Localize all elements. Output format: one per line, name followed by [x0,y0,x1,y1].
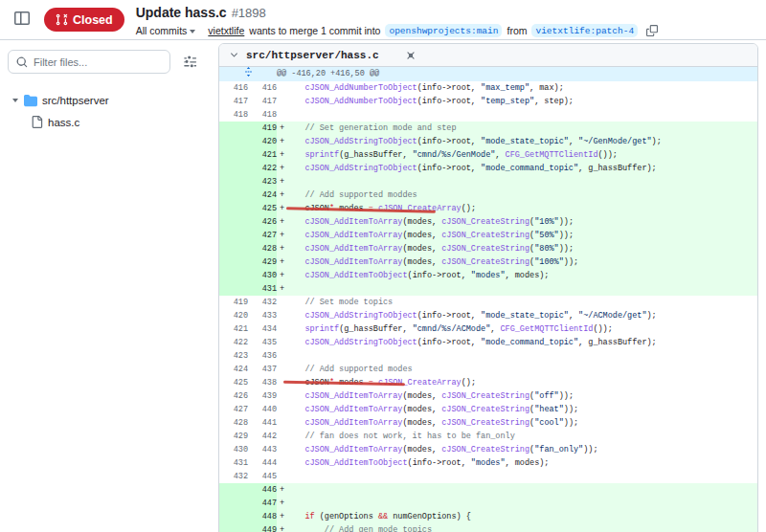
new-line-number[interactable]: 447 [248,497,277,510]
new-line-number[interactable]: 435 [248,336,277,349]
old-line-number[interactable]: 421 [219,322,248,336]
old-line-number[interactable] [219,269,248,282]
old-line-number[interactable]: 430 [219,443,248,456]
new-line-number[interactable]: 441 [248,416,277,430]
old-line-number[interactable] [219,215,248,229]
new-line-number[interactable]: 417 [248,95,277,108]
old-line-number[interactable] [219,148,248,162]
sidebar-item-src-httpserver[interactable]: src/httpserver [8,89,203,111]
old-line-number[interactable]: 431 [219,456,248,470]
old-line-number[interactable]: 422 [219,336,248,349]
new-line-number[interactable]: 439 [248,389,277,403]
new-line-number[interactable]: 442 [248,430,277,443]
new-line-number[interactable]: 448 [248,510,277,523]
new-line-number[interactable]: 420 [248,135,277,148]
code-line: + cJSON_AddItemToArray(modes, cJSON_Crea… [277,255,757,269]
new-line-number[interactable]: 430 [248,269,277,282]
new-line-number[interactable]: 434 [248,322,277,336]
old-line-number[interactable]: 426 [219,389,248,403]
old-line-number[interactable] [219,202,248,215]
old-line-number[interactable]: 428 [219,416,248,430]
old-line-number[interactable] [219,162,248,175]
old-line-number[interactable] [219,242,248,255]
diff-line: 417417 cJSON_AddNumberToObject(info->roo… [219,95,757,108]
new-line-number[interactable]: 419 [248,122,277,135]
new-line-number[interactable]: 422 [248,162,277,175]
new-line-number[interactable]: 443 [248,443,277,456]
new-line-number[interactable]: 425 [248,202,277,215]
all-commits-dropdown[interactable]: All commits [136,25,196,36]
code-line: + // Add gen mode topics [277,523,757,532]
old-line-number[interactable]: 418 [219,108,248,122]
old-line-number[interactable]: 420 [219,309,248,322]
old-line-number[interactable] [219,255,248,269]
file-filter-button[interactable] [178,50,203,74]
old-line-number[interactable] [219,188,248,202]
old-line-number[interactable] [219,135,248,148]
code-line: cJSON_AddItemToArray(modes, cJSON_Create… [277,389,757,403]
new-line-number[interactable]: 428 [248,242,277,255]
old-line-number[interactable]: 416 [219,81,248,95]
new-line-number[interactable]: 449 [248,523,277,532]
collapse-sidebar-button[interactable] [10,7,34,32]
new-line-number[interactable]: 421 [248,148,277,162]
old-line-number[interactable]: 432 [219,470,248,483]
copy-path-button[interactable] [403,48,418,63]
new-line-number[interactable]: 444 [248,456,277,470]
new-line-number[interactable]: 429 [248,255,277,269]
diff-line: 425438 cJSON* modes = cJSON_CreateArray(… [219,376,757,389]
new-line-number[interactable]: 437 [248,363,277,376]
code-line: + [277,175,757,188]
old-line-number[interactable]: 424 [219,363,248,376]
new-line-number[interactable]: 416 [248,81,277,95]
old-line-number[interactable]: 417 [219,95,248,108]
old-line-number[interactable] [219,175,248,188]
new-line-number[interactable]: 418 [248,108,277,122]
pr-title: Update hass.c [136,5,227,20]
diff-panel: src/httpserver/hass.c @@ -416,20 +416,50… [218,43,758,532]
new-line-number[interactable]: 446 [248,483,277,497]
code-line: cJSON_AddNumberToObject(info->root, "tem… [277,95,757,108]
merge-sentence: wants to merge 1 commit into [249,25,380,36]
new-line-number[interactable]: 424 [248,188,277,202]
new-line-number[interactable]: 432 [248,296,277,309]
new-line-number[interactable]: 438 [248,376,277,389]
diff-line: 430443 cJSON_AddItemToArray(modes, cJSON… [219,443,757,456]
code-line: + // Add supported moddes [277,188,757,202]
old-line-number[interactable] [219,122,248,135]
sidebar-item-hass-c[interactable]: hass.c [8,111,203,133]
folder-icon [24,94,37,107]
diff-line: 422435 cJSON_AddStringToObject(info->roo… [219,336,757,349]
diff-line: 419+ // Set generation mode and step [219,122,757,135]
code-line: cJSON_AddItemToArray(modes, cJSON_Create… [277,403,757,416]
expand-hunk-button[interactable] [219,67,277,81]
old-line-number[interactable]: 419 [219,296,248,309]
new-line-number[interactable]: 445 [248,470,277,483]
collapse-file-button[interactable] [229,50,239,60]
diff-line: 448+ if (genOptions && numGenOptions) { [219,510,757,523]
sliders-icon [184,55,197,69]
new-line-number[interactable]: 433 [248,309,277,322]
old-line-number[interactable] [219,282,248,296]
code-line: cJSON* modes = cJSON_CreateArray(); [277,376,757,389]
new-line-number[interactable]: 436 [248,349,277,363]
old-line-number[interactable]: 423 [219,349,248,363]
old-line-number[interactable] [219,229,248,242]
code-line [277,108,757,122]
old-line-number[interactable] [219,483,248,497]
filter-files-input[interactable] [34,56,162,68]
new-line-number[interactable]: 440 [248,403,277,416]
old-line-number[interactable]: 425 [219,376,248,389]
new-line-number[interactable]: 427 [248,229,277,242]
new-line-number[interactable]: 431 [248,282,277,296]
new-line-number[interactable]: 423 [248,175,277,188]
new-line-number[interactable]: 426 [248,215,277,229]
old-line-number[interactable] [219,523,248,532]
diff-line: 423+ [219,175,757,188]
author-link[interactable]: vietxtlife [208,25,244,36]
old-line-number[interactable] [219,510,248,523]
old-line-number[interactable]: 427 [219,403,248,416]
copy-branch-button[interactable] [644,23,660,38]
old-line-number[interactable] [219,497,248,510]
old-line-number[interactable]: 429 [219,430,248,443]
